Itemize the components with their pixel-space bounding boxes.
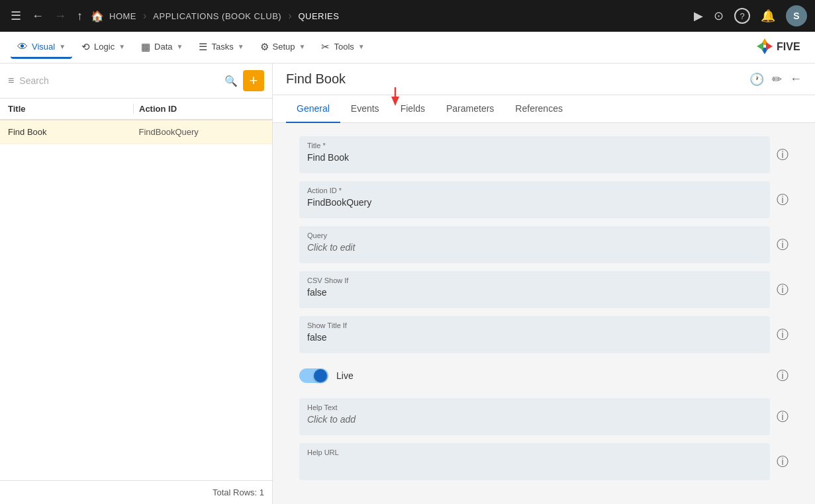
help-url-field-row: Help URL ⓘ: [299, 443, 789, 480]
search-input[interactable]: [19, 75, 219, 86]
queries-breadcrumb[interactable]: QUERIES: [298, 11, 339, 21]
tab-references[interactable]: References: [504, 95, 573, 123]
bell-icon[interactable]: 🔔: [761, 9, 775, 23]
csv-show-if-help-icon[interactable]: ⓘ: [777, 282, 789, 298]
back-icon[interactable]: ←: [29, 7, 46, 26]
nav-right-icons: ▶ ⊙ ? 🔔 S: [694, 5, 807, 26]
tab-fields[interactable]: Fields: [390, 95, 436, 123]
csv-show-if-label: CSV Show If: [307, 276, 762, 284]
panel-header-actions: 🕐 ✏ ←: [749, 72, 802, 87]
five-logo-svg: FIVE: [751, 36, 804, 57]
query-field[interactable]: Query Click to edit: [299, 226, 770, 263]
toolbar-visual[interactable]: 👁 Visual ▼: [11, 37, 72, 59]
show-title-if-help-icon[interactable]: ⓘ: [777, 327, 789, 343]
data-icon: ▦: [141, 41, 150, 53]
query-help-icon[interactable]: ⓘ: [777, 237, 789, 253]
title-value: Find Book: [307, 152, 762, 163]
panel-header: Find Book 🕐 ✏ ←: [273, 63, 815, 95]
tab-bar: General Events Fields Parameters Referen…: [273, 95, 815, 123]
help-text-field[interactable]: Help Text Click to add: [299, 398, 770, 435]
search-icon[interactable]: 🔍: [224, 75, 238, 87]
visual-icon: 👁: [17, 41, 28, 53]
app-breadcrumb[interactable]: APPLICATIONS (BOOK CLUB): [153, 11, 281, 21]
sidebar-table: Title Action ID Find Book FindBookQuery: [0, 99, 272, 480]
setup-icon: ⚙: [260, 41, 269, 53]
help-url-help-icon[interactable]: ⓘ: [777, 454, 789, 470]
help-url-field[interactable]: Help URL: [299, 443, 770, 480]
data-label: Data: [154, 42, 172, 52]
main-layout: ≡ 🔍 + Title Action ID Find Book FindBook…: [0, 63, 815, 504]
visual-chevron: ▼: [59, 43, 66, 50]
csv-show-if-field[interactable]: CSV Show If false: [299, 271, 770, 308]
edit-icon[interactable]: ✏: [772, 72, 782, 87]
help-text-value: Click to add: [307, 414, 762, 425]
tab-parameters-label: Parameters: [446, 103, 494, 114]
toolbar-setup[interactable]: ⚙ Setup ▼: [254, 37, 312, 59]
logic-icon: ⟲: [81, 41, 90, 53]
sidebar-footer: Total Rows: 1: [0, 480, 272, 504]
action-id-field-row: Action ID * FindBookQuery ⓘ: [299, 181, 789, 218]
toolbar-tasks[interactable]: ☰ Tasks ▼: [192, 37, 250, 59]
query-value: Click to edit: [307, 242, 762, 253]
sep2: ›: [288, 10, 291, 22]
query-label: Query: [307, 231, 762, 239]
show-title-if-label: Show Title If: [307, 321, 762, 329]
sidebar-search-bar: ≡ 🔍 +: [0, 63, 272, 99]
logic-label: Logic: [94, 42, 115, 52]
live-label: Live: [336, 370, 354, 381]
menu-icon[interactable]: ☰: [8, 6, 24, 26]
user-avatar[interactable]: S: [786, 5, 807, 26]
tab-events-label: Events: [351, 103, 379, 114]
live-toggle[interactable]: [299, 368, 328, 383]
action-id-label: Action ID *: [307, 187, 762, 194]
panel-title: Find Book: [286, 71, 749, 87]
tab-parameters[interactable]: Parameters: [436, 95, 504, 123]
top-navbar: ☰ ← → ↑ 🏠 HOME › APPLICATIONS (BOOK CLUB…: [0, 0, 815, 32]
tab-general-label: General: [297, 103, 330, 114]
help-text-help-icon[interactable]: ⓘ: [777, 409, 789, 425]
tab-fields-label: Fields: [401, 103, 425, 114]
title-help-icon[interactable]: ⓘ: [777, 147, 789, 163]
action-id-field[interactable]: Action ID * FindBookQuery: [299, 181, 770, 218]
circle-search-icon[interactable]: ⊙: [714, 9, 724, 23]
help-url-label: Help URL: [307, 448, 762, 456]
toggle-knob: [314, 369, 327, 382]
setup-chevron: ▼: [299, 43, 306, 50]
sidebar: ≡ 🔍 + Title Action ID Find Book FindBook…: [0, 63, 273, 504]
filter-icon: ≡: [8, 75, 14, 87]
show-title-if-field-row: Show Title If false ⓘ: [299, 316, 789, 353]
tab-general[interactable]: General: [286, 95, 340, 123]
tools-icon: ✂: [321, 41, 330, 53]
svg-text:FIVE: FIVE: [777, 41, 800, 52]
home-breadcrumb[interactable]: HOME: [109, 11, 136, 21]
data-chevron: ▼: [177, 43, 183, 50]
csv-show-if-field-row: CSV Show If false ⓘ: [299, 271, 789, 308]
help-icon[interactable]: ?: [734, 8, 750, 24]
right-panel: Find Book 🕐 ✏ ← General Events Fields Pa…: [273, 63, 815, 504]
action-id-value: FindBookQuery: [307, 197, 762, 208]
sep1: ›: [143, 10, 146, 22]
svg-marker-2: [757, 42, 763, 50]
tools-chevron: ▼: [358, 43, 365, 50]
show-title-if-field[interactable]: Show Title If false: [299, 316, 770, 353]
toolbar-logic[interactable]: ⟲ Logic ▼: [75, 37, 132, 59]
toolbar-data[interactable]: ▦ Data ▼: [134, 37, 189, 59]
title-field[interactable]: Title * Find Book: [299, 136, 770, 173]
tab-events[interactable]: Events: [340, 95, 390, 123]
visual-label: Visual: [32, 42, 55, 52]
live-help-icon[interactable]: ⓘ: [777, 368, 789, 384]
play-icon[interactable]: ▶: [694, 9, 703, 23]
tasks-chevron: ▼: [238, 43, 244, 50]
up-icon[interactable]: ↑: [74, 7, 85, 26]
history-icon[interactable]: 🕐: [749, 72, 764, 87]
add-button[interactable]: +: [243, 70, 264, 91]
forward-icon[interactable]: →: [52, 7, 69, 26]
tasks-label: Tasks: [211, 42, 233, 52]
row-action-id: FindBookQuery: [134, 127, 265, 137]
close-icon[interactable]: ←: [790, 72, 802, 86]
tab-references-label: References: [515, 103, 563, 114]
form-content: Title * Find Book ⓘ Action ID * FindBook…: [273, 123, 815, 504]
toolbar-tools[interactable]: ✂ Tools ▼: [314, 37, 371, 59]
action-id-help-icon[interactable]: ⓘ: [777, 192, 789, 208]
table-row[interactable]: Find Book FindBookQuery: [0, 120, 272, 144]
